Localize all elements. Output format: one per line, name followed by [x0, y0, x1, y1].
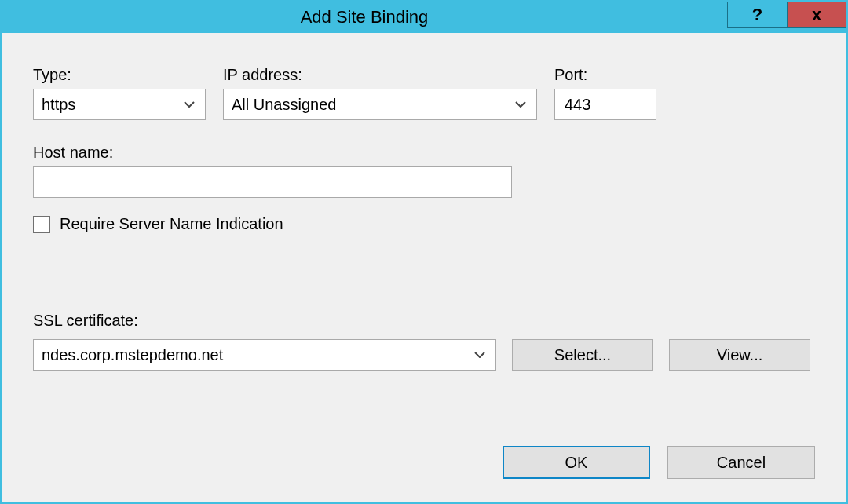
help-button[interactable]: ?: [727, 2, 787, 28]
port-label: Port:: [554, 66, 656, 84]
type-field: Type: https: [33, 66, 206, 120]
help-icon: ?: [752, 5, 762, 25]
ip-field: IP address: All Unassigned: [223, 66, 537, 120]
dialog-content: Type: https IP address: All Unassigned: [2, 35, 846, 502]
host-input[interactable]: [34, 167, 511, 197]
type-dropdown[interactable]: https: [33, 89, 206, 120]
type-label: Type:: [33, 66, 206, 84]
ip-label: IP address:: [223, 66, 537, 84]
titlebar-controls: ? x: [727, 2, 846, 33]
ssl-cert-dropdown[interactable]: ndes.corp.mstepdemo.net: [33, 339, 496, 371]
host-label: Host name:: [33, 144, 815, 162]
binding-row: Type: https IP address: All Unassigned: [33, 66, 815, 120]
sni-label: Require Server Name Indication: [60, 215, 283, 233]
chevron-down-icon: [181, 101, 197, 108]
ssl-section: SSL certificate: ndes.corp.mstepdemo.net…: [33, 312, 815, 371]
close-icon: x: [812, 5, 821, 25]
sni-checkbox[interactable]: [33, 216, 50, 233]
port-field: Port:: [554, 66, 656, 120]
ssl-row: ndes.corp.mstepdemo.net Select... View..…: [33, 339, 815, 371]
chevron-down-icon: [513, 101, 528, 108]
port-input-wrapper: [554, 89, 656, 120]
close-button[interactable]: x: [787, 2, 846, 28]
cancel-button-label: Cancel: [717, 454, 766, 472]
select-button-label: Select...: [554, 346, 611, 364]
port-input[interactable]: [563, 95, 648, 115]
view-button[interactable]: View...: [669, 339, 810, 371]
host-section: Host name:: [33, 144, 815, 198]
host-input-wrapper: [33, 166, 512, 198]
select-button[interactable]: Select...: [512, 339, 653, 371]
ssl-cert-value: ndes.corp.mstepdemo.net: [42, 346, 472, 364]
ok-button-label: OK: [565, 454, 588, 472]
sni-row: Require Server Name Indication: [33, 215, 815, 233]
titlebar: Add Site Binding ? x: [2, 2, 846, 33]
type-value: https: [42, 96, 181, 114]
chevron-down-icon: [472, 352, 488, 358]
dialog-footer: OK Cancel: [503, 446, 815, 479]
ip-value: All Unassigned: [232, 96, 513, 114]
dialog-window: Add Site Binding ? x Type: https: [0, 0, 848, 504]
ok-button[interactable]: OK: [503, 446, 650, 479]
cancel-button[interactable]: Cancel: [667, 446, 815, 479]
ip-dropdown[interactable]: All Unassigned: [223, 89, 537, 120]
titlebar-title: Add Site Binding: [2, 2, 727, 33]
ssl-label: SSL certificate:: [33, 312, 815, 330]
view-button-label: View...: [717, 346, 763, 364]
